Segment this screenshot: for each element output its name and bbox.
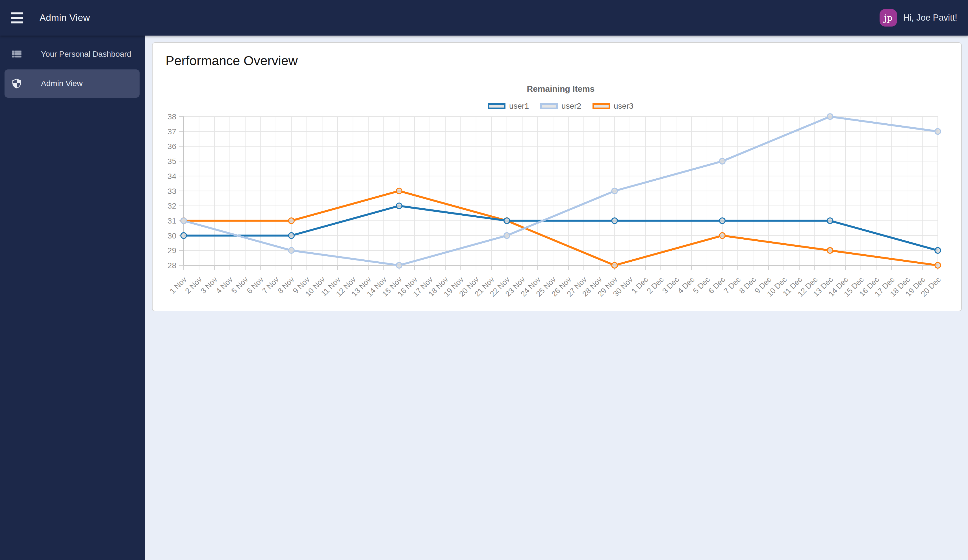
svg-text:4 Nov: 4 Nov: [214, 275, 235, 295]
svg-text:31: 31: [167, 216, 176, 225]
svg-text:6 Nov: 6 Nov: [245, 275, 265, 295]
dashboard-icon: [11, 49, 22, 59]
navbar: Admin View jp Hi, Joe Pavitt!: [0, 0, 968, 36]
menu-button[interactable]: [11, 11, 23, 25]
svg-text:2 Nov: 2 Nov: [184, 275, 204, 295]
avatar[interactable]: jp: [880, 9, 897, 26]
user-area: jp Hi, Joe Pavitt!: [880, 9, 957, 26]
shield-icon: [11, 78, 22, 89]
svg-text:3 Dec: 3 Dec: [661, 275, 681, 295]
svg-text:3 Nov: 3 Nov: [199, 275, 219, 295]
sidebar: Your Personal DashboardAdmin View: [0, 36, 145, 560]
chart-svg: 28293031323334353637381 Nov2 Nov3 Nov4 N…: [152, 43, 962, 312]
svg-text:1 Dec: 1 Dec: [630, 275, 650, 295]
sidebar-item-admin-view[interactable]: Admin View: [5, 69, 139, 97]
svg-text:5 Dec: 5 Dec: [691, 275, 711, 295]
svg-text:8 Dec: 8 Dec: [738, 275, 758, 295]
svg-text:8 Nov: 8 Nov: [276, 275, 296, 295]
sidebar-item-label: Admin View: [41, 79, 83, 88]
svg-text:29: 29: [167, 246, 176, 255]
svg-text:5 Nov: 5 Nov: [230, 275, 250, 295]
svg-text:36: 36: [167, 142, 176, 151]
svg-text:33: 33: [167, 187, 176, 196]
sidebar-item-your-personal-dashboard[interactable]: Your Personal Dashboard: [5, 40, 139, 68]
svg-text:28: 28: [167, 261, 176, 270]
svg-text:6 Dec: 6 Dec: [707, 275, 727, 295]
main-content: Performance Overview Remaining Items use…: [145, 36, 968, 560]
svg-text:7 Nov: 7 Nov: [260, 275, 280, 295]
svg-text:34: 34: [167, 172, 176, 181]
svg-text:7 Dec: 7 Dec: [722, 275, 742, 295]
svg-text:2 Dec: 2 Dec: [645, 275, 665, 295]
greeting-text: Hi, Joe Pavitt!: [903, 13, 957, 23]
svg-text:35: 35: [167, 157, 176, 166]
svg-text:30: 30: [167, 231, 176, 240]
svg-text:1 Nov: 1 Nov: [168, 275, 188, 295]
svg-text:38: 38: [167, 112, 176, 121]
svg-text:32: 32: [167, 202, 176, 210]
sidebar-item-label: Your Personal Dashboard: [41, 50, 131, 59]
performance-card: Performance Overview Remaining Items use…: [152, 42, 962, 311]
app-title: Admin View: [40, 12, 90, 23]
svg-text:37: 37: [167, 127, 176, 136]
svg-text:4 Dec: 4 Dec: [676, 275, 696, 295]
hamburger-icon: [11, 12, 23, 15]
